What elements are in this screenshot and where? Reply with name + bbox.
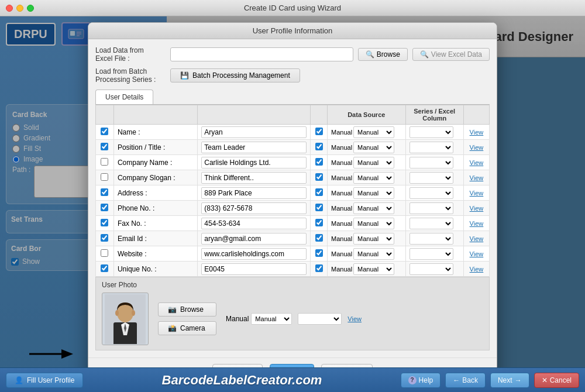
photo-camera-button[interactable]: 📸 Camera <box>158 321 216 335</box>
series-select[interactable] <box>410 142 453 153</box>
field-checkbox2[interactable] <box>315 234 323 242</box>
field-checkbox2[interactable] <box>315 158 323 166</box>
field-value-input[interactable] <box>201 142 307 153</box>
view-link[interactable]: View <box>470 250 484 257</box>
series-select[interactable] <box>410 263 453 275</box>
field-value-input[interactable] <box>201 233 307 245</box>
camera-icon: 📸 <box>168 324 177 332</box>
next-button[interactable]: Next → <box>490 373 529 388</box>
row-check2-cell <box>311 185 328 201</box>
field-checkbox[interactable] <box>101 173 108 181</box>
tab-user-details[interactable]: User Details <box>95 90 153 104</box>
source-select[interactable]: Manual <box>353 172 394 184</box>
field-checkbox[interactable] <box>101 249 108 257</box>
col-value-header <box>198 105 311 125</box>
field-checkbox[interactable] <box>101 204 108 211</box>
source-select[interactable]: Manual <box>353 157 394 169</box>
photo-series-select[interactable] <box>298 313 342 325</box>
source-select[interactable]: Manual <box>353 142 394 153</box>
field-value-input[interactable] <box>201 263 307 275</box>
bottom-bar: 👤 Fill User Profile BarcodeLabelCreator.… <box>0 367 585 392</box>
photo-view-link[interactable]: View <box>347 315 362 322</box>
field-checkbox[interactable] <box>101 143 108 150</box>
series-select[interactable] <box>410 172 453 184</box>
field-checkbox2[interactable] <box>315 128 323 135</box>
source-select[interactable]: Manual <box>353 248 394 260</box>
source-select[interactable]: Manual <box>353 218 394 229</box>
field-checkbox2[interactable] <box>315 173 323 181</box>
field-value-cell <box>198 170 311 185</box>
field-checkbox[interactable] <box>101 219 108 226</box>
series-select[interactable] <box>410 157 453 169</box>
view-excel-button[interactable]: 🔍 View Excel Data <box>412 48 490 61</box>
field-label-cell: Website : <box>113 246 197 262</box>
view-link[interactable]: View <box>470 144 484 151</box>
view-link[interactable]: View <box>470 174 484 181</box>
field-value-input[interactable] <box>201 202 307 214</box>
field-label: Email Id : <box>118 235 147 243</box>
view-link[interactable]: View <box>470 220 484 227</box>
field-checkbox[interactable] <box>101 234 108 242</box>
app-area: DRPU ID Card Designer DRPU <box>0 16 585 392</box>
source-select[interactable]: Manual <box>353 202 394 214</box>
batch-processing-button[interactable]: 💾 Batch Processing Management <box>170 68 300 82</box>
series-select[interactable] <box>410 126 453 138</box>
source-select[interactable]: Manual <box>353 126 394 138</box>
view-link[interactable]: View <box>470 159 484 166</box>
series-select[interactable] <box>410 248 453 260</box>
photo-browse-button[interactable]: 📷 Browse <box>158 302 216 317</box>
field-checkbox[interactable] <box>101 158 108 166</box>
view-cell: View <box>463 231 489 246</box>
view-link[interactable]: View <box>470 235 484 242</box>
maximize-button[interactable] <box>27 5 34 12</box>
photo-source-select[interactable]: Manual <box>251 313 292 325</box>
source-row: Manual Manual <box>331 126 402 138</box>
field-label-cell: Address : <box>113 185 197 201</box>
series-select[interactable] <box>410 233 453 245</box>
view-link[interactable]: View <box>470 266 484 273</box>
source-text: Manual <box>331 220 352 227</box>
field-value-input[interactable] <box>201 187 307 199</box>
source-select[interactable]: Manual <box>353 263 394 275</box>
field-checkbox[interactable] <box>101 188 108 196</box>
cancel-button[interactable]: ✕ Cancel <box>534 373 579 388</box>
load-excel-input[interactable] <box>170 47 353 61</box>
bottom-help-button[interactable]: ? Help <box>401 373 441 388</box>
row-check-cell <box>96 216 114 231</box>
row-check2-cell <box>311 216 328 231</box>
series-header: Series / Excel Column <box>405 105 463 125</box>
field-value-input[interactable] <box>201 218 307 229</box>
field-checkbox2[interactable] <box>315 249 323 257</box>
field-value-input[interactable] <box>201 172 307 184</box>
batch-icon: 💾 <box>180 71 189 80</box>
close-button[interactable] <box>6 5 13 12</box>
fill-user-profile-button[interactable]: 👤 Fill User Profile <box>6 373 83 388</box>
view-link[interactable]: View <box>470 205 484 212</box>
field-checkbox[interactable] <box>101 128 108 135</box>
dialog-title-bar: User Profile Information <box>88 23 497 39</box>
series-select[interactable] <box>410 187 453 199</box>
excel-browse-button[interactable]: 🔍 Browse <box>358 48 408 61</box>
view-link[interactable]: View <box>470 129 484 136</box>
field-label-cell: Email Id : <box>113 231 197 246</box>
series-select[interactable] <box>410 218 453 229</box>
batch-label: Load from BatchProcessing Series : <box>95 67 166 84</box>
field-checkbox[interactable] <box>101 264 108 272</box>
field-value-input[interactable] <box>201 157 307 169</box>
back-button[interactable]: ← Back <box>445 373 486 388</box>
field-label: Phone No. : <box>118 204 154 212</box>
field-checkbox2[interactable] <box>315 188 323 196</box>
view-link[interactable]: View <box>470 190 484 197</box>
source-select[interactable]: Manual <box>353 233 394 245</box>
field-value-input[interactable] <box>201 126 307 138</box>
field-checkbox2[interactable] <box>315 204 323 211</box>
field-checkbox2[interactable] <box>315 219 323 226</box>
series-select[interactable] <box>410 202 453 214</box>
field-checkbox2[interactable] <box>315 143 323 150</box>
field-value-cell <box>198 231 311 246</box>
field-checkbox2[interactable] <box>315 264 323 272</box>
row-check2-cell <box>311 140 328 155</box>
field-value-input[interactable] <box>201 248 307 260</box>
source-select[interactable]: Manual <box>353 187 394 199</box>
minimize-button[interactable] <box>16 5 23 12</box>
